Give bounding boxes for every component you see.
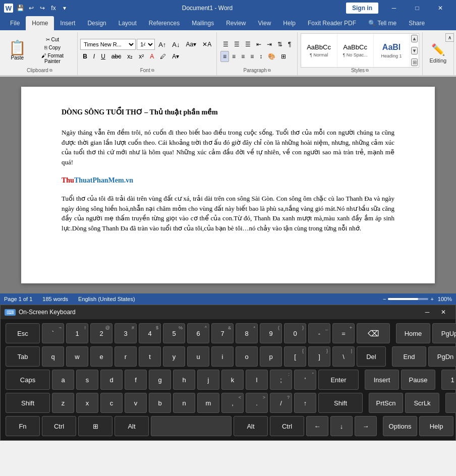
tab-search[interactable]: 🔍 Tell me (362, 16, 403, 30)
key-shift-right[interactable]: Shift (318, 393, 363, 413)
justify-button[interactable]: ≡ (248, 51, 256, 62)
font-name-select[interactable]: Times New R... (80, 39, 136, 50)
format-painter-button[interactable]: 🖌 Format Painter (31, 52, 74, 65)
key-end[interactable]: End (392, 346, 426, 367)
key-pgdn[interactable]: PgDn (428, 346, 456, 367)
tab-references[interactable]: References (143, 16, 186, 30)
formula-button[interactable]: fx (49, 4, 58, 12)
tab-file[interactable]: File (4, 16, 26, 30)
decrease-font-button[interactable]: A↓ (169, 39, 182, 50)
key-home[interactable]: Home (396, 323, 430, 343)
tab-insert[interactable]: Insert (54, 16, 81, 30)
strikethrough-button[interactable]: abc (109, 51, 124, 62)
key-period[interactable]: >. (246, 393, 268, 413)
key-rbracket[interactable]: }] (308, 346, 330, 367)
key-space[interactable] (151, 416, 232, 436)
key-caps[interactable]: Caps (6, 370, 50, 390)
key-8[interactable]: *8 (236, 323, 258, 343)
tab-layout[interactable]: Layout (112, 16, 143, 30)
keyboard-close[interactable]: ✕ (435, 305, 451, 319)
key-equals[interactable]: += (332, 323, 355, 343)
styles-dialog-icon[interactable]: ⧉ (366, 68, 369, 73)
key-z[interactable]: z (52, 393, 74, 413)
minimize-button[interactable]: ─ (382, 0, 406, 16)
key-t[interactable]: t (139, 346, 161, 367)
font-dialog-icon[interactable]: ⧉ (151, 68, 154, 73)
key-r[interactable]: r (115, 346, 137, 367)
key-s[interactable]: s (76, 370, 98, 390)
subscript-button[interactable]: x₂ (125, 51, 135, 62)
key-7[interactable]: &7 (211, 323, 234, 343)
paste-button[interactable]: 📋 Paste (5, 39, 30, 62)
key-tilde[interactable]: ~` (42, 323, 64, 343)
text-color-button[interactable]: A▾ (169, 51, 182, 62)
show-marks-button[interactable]: ¶ (286, 39, 294, 50)
key-2[interactable]: @2 (90, 323, 112, 343)
copy-button[interactable]: ⎘ Copy (31, 44, 74, 51)
key-ctrl-left[interactable]: Ctrl (42, 416, 76, 436)
font-color-button[interactable]: A (147, 51, 156, 62)
undo-button[interactable]: ↩ (27, 4, 35, 12)
key-left[interactable]: ← (306, 416, 328, 436)
collapse-ribbon-button[interactable]: ∧ (445, 32, 454, 42)
key-y[interactable]: y (163, 346, 185, 367)
key-5[interactable]: %5 (163, 323, 185, 343)
zoom-out-button[interactable]: − (383, 296, 386, 302)
multilevel-list-button[interactable]: ☰ (243, 39, 253, 50)
key-o[interactable]: o (236, 346, 258, 367)
align-right-button[interactable]: ≡ (239, 51, 247, 62)
key-options[interactable]: Options (383, 416, 417, 436)
key-l[interactable]: l (246, 370, 268, 390)
tab-help[interactable]: Help (277, 16, 302, 30)
styles-more[interactable]: ⊞ (411, 58, 418, 66)
key-w[interactable]: w (66, 346, 88, 367)
cut-button[interactable]: ✂ Cut (31, 36, 74, 43)
tab-foxit[interactable]: Foxit Reader PDF (302, 16, 362, 30)
paragraph-dialog-icon[interactable]: ⧉ (268, 68, 271, 73)
key-4[interactable]: $4 (139, 323, 161, 343)
zoom-slider[interactable] (388, 298, 428, 300)
key-u[interactable]: u (187, 346, 209, 367)
signin-button[interactable]: Sign in (346, 3, 378, 14)
key-c[interactable]: c (100, 393, 123, 413)
key-insert[interactable]: Insert (365, 370, 399, 390)
key-alt-left[interactable]: Alt (115, 416, 149, 436)
key-m[interactable]: m (197, 393, 219, 413)
zoom-in-button[interactable]: + (430, 296, 433, 302)
key-fn[interactable]: Fn (6, 416, 40, 436)
key-v[interactable]: v (125, 393, 147, 413)
key-j[interactable]: j (197, 370, 219, 390)
tab-view[interactable]: View (252, 16, 277, 30)
styles-scroll-down[interactable]: ▼ (411, 47, 418, 54)
align-center-button[interactable]: ≡ (230, 51, 238, 62)
key-f[interactable]: f (125, 370, 147, 390)
key-pause[interactable]: Pause (401, 370, 435, 390)
key-6[interactable]: ^6 (187, 323, 209, 343)
key-ctrl-right[interactable]: Ctrl (270, 416, 304, 436)
key-i[interactable]: i (211, 346, 234, 367)
increase-indent-button[interactable]: ⇥ (264, 39, 274, 50)
key-tab[interactable]: Tab (6, 346, 40, 367)
key-k[interactable]: k (221, 370, 244, 390)
bold-button[interactable]: B (80, 51, 90, 62)
key-enter[interactable]: Enter (318, 370, 359, 390)
key-help[interactable]: Help (419, 416, 453, 436)
italic-button[interactable]: I (91, 51, 97, 62)
decrease-indent-button[interactable]: ⇤ (254, 39, 264, 50)
align-left-button[interactable]: ≡ (220, 51, 229, 62)
redo-button[interactable]: ↪ (38, 4, 46, 12)
styles-scroll-up[interactable]: ▲ (411, 35, 418, 42)
numbered-list-button[interactable]: ☰ (232, 39, 242, 50)
key-shift-left[interactable]: Shift (6, 393, 50, 413)
key-b[interactable]: b (149, 393, 171, 413)
style-normal[interactable]: AaBbCc ¶ Normal (301, 34, 337, 67)
key-right[interactable]: → (355, 416, 377, 436)
key-del[interactable]: Del (357, 346, 386, 367)
key-num0[interactable]: 0 (445, 393, 456, 413)
document-page[interactable]: DÒNG SÔNG TUỔI THƠ – Thủ thuật phần mềm … (21, 87, 435, 283)
tab-mailings[interactable]: Mailings (186, 16, 220, 30)
clipboard-dialog-icon[interactable]: ⧉ (49, 68, 52, 73)
key-3[interactable]: #3 (115, 323, 137, 343)
tab-share[interactable]: Share (403, 16, 431, 30)
close-button[interactable]: ✕ (429, 0, 452, 16)
